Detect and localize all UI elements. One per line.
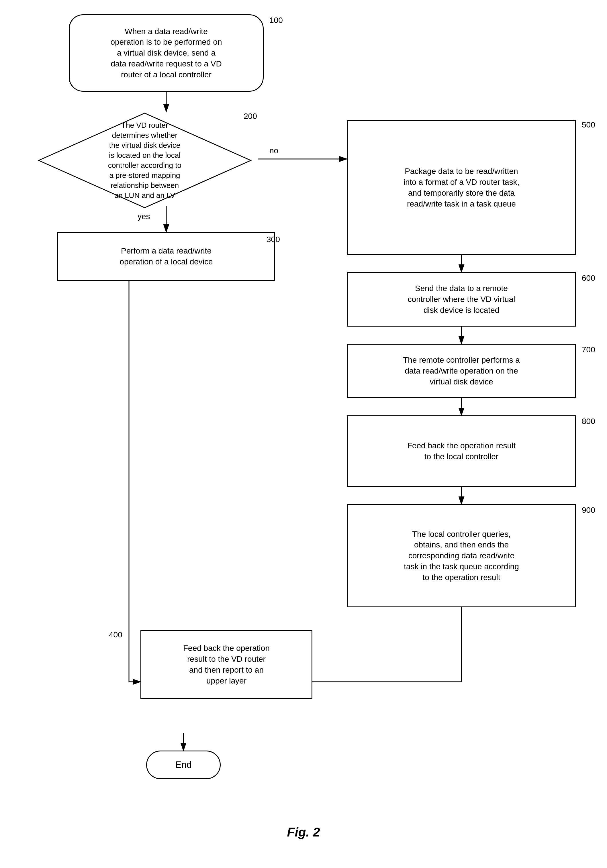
step400-label: Feed back the operation result to the VD…	[183, 643, 270, 686]
step900-shape: The local controller queries, obtains, a…	[347, 504, 576, 607]
step500-shape: Package data to be read/written into a f…	[347, 120, 576, 255]
label-600: 600	[582, 274, 595, 283]
yes-label: yes	[138, 212, 150, 221]
decision-shape: The VD router determines whether the vir…	[37, 112, 252, 209]
decision-label: The VD router determines whether the vir…	[96, 115, 193, 206]
label-200: 200	[244, 112, 257, 121]
step300-shape: Perform a data read/write operation of a…	[57, 232, 275, 281]
end-label: End	[175, 759, 192, 771]
step700-shape: The remote controller performs a data re…	[347, 344, 576, 398]
start-label: When a data read/write operation is to b…	[110, 26, 222, 80]
diagram: When a data read/write operation is to b…	[0, 0, 607, 845]
step500-label: Package data to be read/written into a f…	[404, 166, 520, 209]
step800-label: Feed back the operation result to the lo…	[407, 440, 515, 462]
label-300: 300	[267, 235, 280, 244]
no-label: no	[269, 146, 278, 155]
step600-label: Send the data to a remote controller whe…	[408, 283, 515, 315]
step900-label: The local controller queries, obtains, a…	[404, 529, 519, 583]
label-500: 500	[582, 120, 595, 130]
end-shape: End	[146, 750, 220, 779]
label-800: 800	[582, 417, 595, 426]
label-900: 900	[582, 505, 595, 515]
fig-caption: Fig. 2	[0, 825, 607, 839]
label-700: 700	[582, 345, 595, 354]
start-shape: When a data read/write operation is to b…	[69, 14, 264, 91]
step400-shape: Feed back the operation result to the VD…	[140, 630, 312, 699]
step600-shape: Send the data to a remote controller whe…	[347, 272, 576, 327]
step700-label: The remote controller performs a data re…	[403, 355, 520, 387]
step800-shape: Feed back the operation result to the lo…	[347, 415, 576, 487]
step300-label: Perform a data read/write operation of a…	[120, 245, 213, 267]
label-100: 100	[269, 16, 283, 25]
label-400: 400	[109, 630, 123, 639]
